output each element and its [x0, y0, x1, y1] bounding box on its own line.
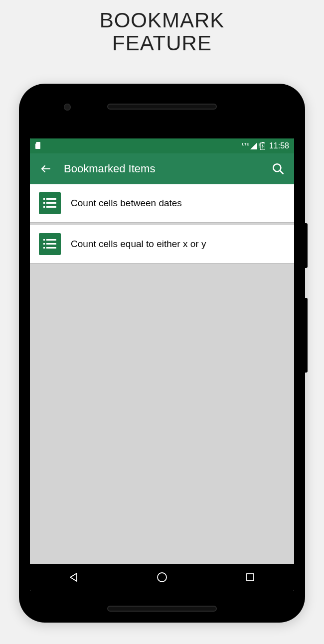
appbar-title: Bookmarked Items — [64, 162, 155, 175]
triangle-back-icon — [69, 572, 79, 582]
list-item-label: Count cells equal to either x or y — [71, 239, 206, 250]
screen: LTE 11:58 — [30, 138, 294, 591]
promo-title-line1: BOOKMARK — [0, 9, 324, 32]
svg-rect-10 — [46, 206, 56, 208]
svg-rect-9 — [43, 206, 45, 208]
list-item[interactable]: Count cells equal to either x or y — [30, 225, 294, 263]
svg-rect-19 — [247, 574, 254, 581]
svg-marker-17 — [70, 573, 77, 581]
svg-rect-12 — [46, 239, 56, 241]
speaker-slot-bottom — [107, 606, 217, 612]
app-bar: Bookmarked Items — [30, 153, 294, 184]
svg-rect-14 — [46, 243, 56, 245]
bookmark-list: Count cells between dates Count ce — [30, 184, 294, 263]
svg-rect-13 — [43, 243, 45, 245]
svg-point-18 — [158, 573, 166, 582]
lte-label: LTE — [242, 142, 249, 146]
list-icon — [39, 233, 61, 255]
list-item-label: Count cells between dates — [71, 198, 182, 209]
status-time: 11:58 — [269, 141, 289, 150]
camera-dot — [64, 104, 71, 111]
sd-card-icon — [35, 142, 41, 149]
svg-rect-6 — [46, 198, 56, 200]
list-icon — [39, 192, 61, 214]
promo-title: BOOKMARK FEATURE — [0, 0, 324, 55]
phone-frame: LTE 11:58 — [19, 84, 305, 623]
arrow-left-icon — [40, 163, 52, 175]
svg-rect-15 — [43, 247, 45, 249]
svg-rect-5 — [43, 198, 45, 200]
svg-rect-8 — [46, 202, 56, 204]
earpiece-slot — [107, 104, 217, 110]
promo-title-line2: FEATURE — [0, 32, 324, 55]
signal-icon — [250, 142, 257, 149]
search-icon — [272, 162, 285, 175]
phone-top — [19, 84, 305, 138]
status-bar: LTE 11:58 — [30, 138, 294, 153]
status-left — [35, 142, 41, 150]
status-right: LTE 11:58 — [242, 141, 289, 150]
back-button[interactable] — [37, 163, 55, 175]
svg-rect-11 — [43, 239, 45, 241]
battery-charging-icon — [260, 142, 265, 150]
nav-recents-button[interactable] — [235, 573, 265, 582]
nav-home-button[interactable] — [147, 572, 177, 583]
circle-home-icon — [157, 572, 167, 583]
svg-rect-7 — [43, 202, 45, 204]
search-button[interactable] — [269, 162, 287, 175]
svg-rect-1 — [262, 142, 264, 143]
svg-line-4 — [280, 170, 283, 174]
android-nav-bar — [30, 564, 294, 591]
nav-back-button[interactable] — [59, 572, 89, 582]
svg-rect-16 — [46, 247, 56, 249]
list-item[interactable]: Count cells between dates — [30, 184, 294, 222]
square-recents-icon — [246, 573, 255, 582]
